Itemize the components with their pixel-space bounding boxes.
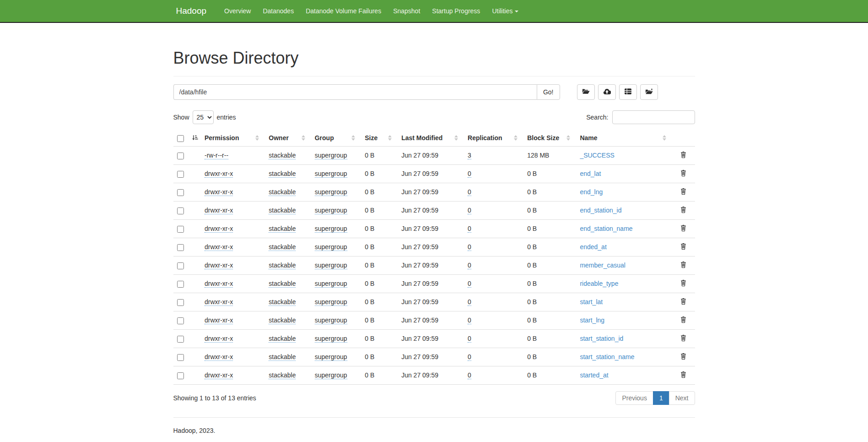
group-value[interactable]: supergroup [315,335,347,343]
pagination-next[interactable]: Next [669,391,695,405]
trash-icon[interactable] [680,298,687,305]
row-checkbox[interactable] [177,207,184,214]
header-block-size[interactable]: Block Size [523,130,576,146]
file-name-link[interactable]: _SUCCESS [580,152,614,159]
owner-value[interactable]: stackable [269,335,296,343]
nav-item-startup-progress[interactable]: Startup Progress [426,0,486,22]
group-value[interactable]: supergroup [315,353,347,361]
replication-value[interactable]: 0 [468,335,471,343]
file-name-link[interactable]: rideable_type [580,280,618,287]
file-name-link[interactable]: member_casual [580,262,625,269]
row-checkbox[interactable] [177,226,184,233]
group-value[interactable]: supergroup [315,280,347,288]
group-value[interactable]: supergroup [315,243,347,251]
group-value[interactable]: supergroup [315,262,347,269]
group-value[interactable]: supergroup [315,371,347,379]
row-checkbox[interactable] [177,153,184,159]
replication-value[interactable]: 0 [468,262,471,269]
owner-value[interactable]: stackable [269,207,296,214]
replication-value[interactable]: 3 [468,152,471,159]
permission-value[interactable]: drwxr-xr-x [205,243,233,251]
file-name-link[interactable]: end_station_id [580,207,621,214]
nav-item-datanode-volume-failures[interactable]: Datanode Volume Failures [300,0,387,22]
group-value[interactable]: supergroup [315,316,347,324]
directory-path-input[interactable] [173,84,537,100]
owner-value[interactable]: stackable [269,353,296,361]
group-value[interactable]: supergroup [315,225,347,233]
trash-icon[interactable] [680,188,687,195]
trash-icon[interactable] [680,169,687,177]
row-checkbox[interactable] [177,299,184,306]
file-name-link[interactable]: start_lat [580,298,603,306]
owner-value[interactable]: stackable [269,298,296,306]
upload-file-button[interactable] [598,84,616,100]
file-name-link[interactable]: end_lat [580,170,601,177]
permission-value[interactable]: drwxr-xr-x [205,298,233,306]
select-all-header[interactable] [173,130,201,146]
permission-value[interactable]: drwxr-xr-x [205,335,233,343]
owner-value[interactable]: stackable [269,316,296,324]
group-value[interactable]: supergroup [315,152,347,159]
header-owner[interactable]: Owner [265,130,311,146]
file-name-link[interactable]: start_lng [580,316,604,324]
permission-value[interactable]: drwxr-xr-x [205,207,233,214]
cut-paste-button[interactable] [619,84,637,100]
file-name-link[interactable]: end_lng [580,188,603,196]
permission-value[interactable]: drwxr-xr-x [205,188,233,196]
trash-icon[interactable] [680,206,687,213]
permission-value[interactable]: drwxr-xr-x [205,280,233,288]
replication-value[interactable]: 0 [468,371,471,379]
trash-icon[interactable] [680,261,687,268]
row-checkbox[interactable] [177,171,184,178]
group-value[interactable]: supergroup [315,170,347,178]
owner-value[interactable]: stackable [269,170,296,178]
brand-hadoop[interactable]: Hadoop [173,6,212,16]
permission-value[interactable]: drwxr-xr-x [205,262,233,269]
row-checkbox[interactable] [177,281,184,288]
search-input[interactable] [612,110,695,124]
replication-value[interactable]: 0 [468,188,471,196]
replication-value[interactable]: 0 [468,170,471,178]
owner-value[interactable]: stackable [269,262,296,269]
trash-icon[interactable] [680,353,687,360]
row-checkbox[interactable] [177,244,184,251]
replication-value[interactable]: 0 [468,207,471,214]
header-group[interactable]: Group [311,130,361,146]
row-checkbox[interactable] [177,372,184,379]
nav-item-snapshot[interactable]: Snapshot [387,0,426,22]
header-size[interactable]: Size [361,130,398,146]
permission-value[interactable]: drwxr-xr-x [205,225,233,233]
file-name-link[interactable]: start_station_id [580,335,623,342]
replication-value[interactable]: 0 [468,280,471,288]
file-name-link[interactable]: started_at [580,371,608,379]
header-permission[interactable]: Permission [201,130,265,146]
pagination-previous[interactable]: Previous [615,391,653,405]
row-checkbox[interactable] [177,189,184,196]
header-last-modified[interactable]: Last Modified [398,130,464,146]
row-checkbox[interactable] [177,262,184,269]
nav-item-overview[interactable]: Overview [218,0,257,22]
trash-icon[interactable] [680,243,687,250]
group-value[interactable]: supergroup [315,298,347,306]
replication-value[interactable]: 0 [468,243,471,251]
trash-icon[interactable] [680,224,687,232]
trash-icon[interactable] [680,334,687,342]
owner-value[interactable]: stackable [269,188,296,196]
replication-value[interactable]: 0 [468,316,471,324]
replication-value[interactable]: 0 [468,225,471,233]
permission-value[interactable]: drwxr-xr-x [205,353,233,361]
owner-value[interactable]: stackable [269,371,296,379]
group-value[interactable]: supergroup [315,207,347,214]
trash-icon[interactable] [680,371,687,378]
file-name-link[interactable]: ended_at [580,243,606,251]
pagination-page-1[interactable]: 1 [653,391,669,405]
header-name[interactable]: Name [576,130,672,146]
nav-item-utilities[interactable]: Utilities [486,0,524,22]
file-name-link[interactable]: end_station_name [580,225,632,232]
owner-value[interactable]: stackable [269,280,296,288]
replication-value[interactable]: 0 [468,298,471,306]
file-name-link[interactable]: start_station_name [580,353,634,360]
select-all-checkbox[interactable] [177,135,184,142]
row-checkbox[interactable] [177,354,184,361]
nav-item-datanodes[interactable]: Datanodes [257,0,300,22]
